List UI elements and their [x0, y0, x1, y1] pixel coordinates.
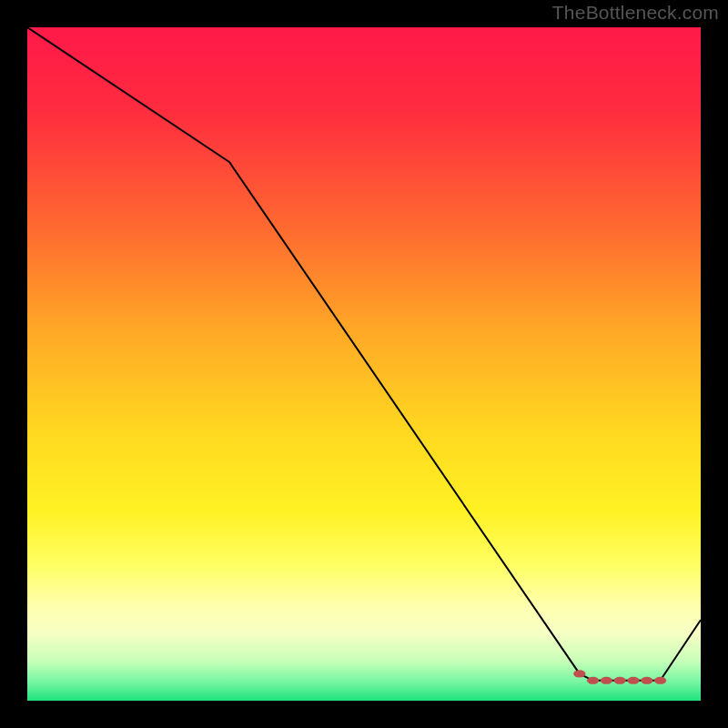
data-marker — [614, 677, 626, 684]
data-marker — [627, 677, 639, 684]
data-marker — [601, 677, 612, 684]
watermark-text: TheBottleneck.com — [552, 2, 719, 24]
data-marker — [641, 677, 652, 684]
marker-layer — [27, 27, 701, 701]
data-marker — [587, 677, 599, 684]
data-marker — [654, 677, 666, 684]
data-marker — [573, 670, 585, 677]
plot-area — [27, 27, 701, 701]
chart-stage: TheBottleneck.com — [0, 0, 728, 728]
